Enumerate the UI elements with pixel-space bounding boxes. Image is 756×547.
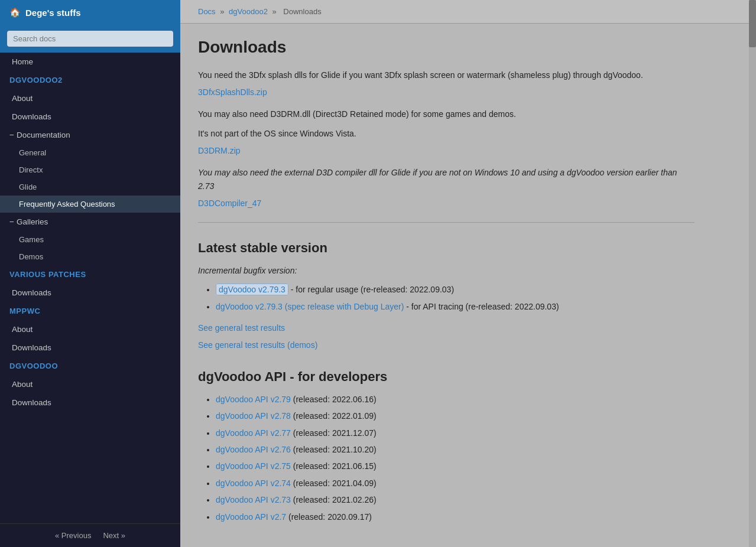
sidebar-item-about-dg2[interactable]: About xyxy=(0,89,180,108)
documentation-label: Documentation xyxy=(17,131,70,139)
stable-item-1: dgVoodoo v2.79.3 - for regular usage (re… xyxy=(216,283,695,296)
api-link-2[interactable]: dgVoodoo API v2.78 xyxy=(216,411,291,421)
intro-text-2: You may also need D3DRM.dll (Direct3D Re… xyxy=(198,108,695,121)
sidebar-header: 🏠 Dege's stuffs xyxy=(0,0,180,25)
api-text-3: (released: 2021.12.07) xyxy=(293,428,377,438)
api-link-6[interactable]: dgVoodoo API v2.74 xyxy=(216,478,291,488)
stable-text-2: - for API tracing (re-released: 2022.09.… xyxy=(406,302,559,311)
sidebar: 🏠 Dege's stuffs Home DGVOODOO2 About Dow… xyxy=(0,0,180,547)
intro-text-1: You need the 3Dfx splash dlls for Glide … xyxy=(198,69,695,82)
sidebar-item-home[interactable]: Home xyxy=(0,53,180,71)
api-item-5: dgVoodoo API v2.75 (released: 2021.06.15… xyxy=(216,460,695,473)
sidebar-search-container xyxy=(0,25,180,53)
sidebar-section-dgvoodoo2: DGVOODOO2 xyxy=(0,71,180,89)
api-list: dgVoodoo API v2.79 (released: 2022.06.16… xyxy=(198,393,695,523)
page-title: Downloads xyxy=(198,38,695,57)
api-link-3[interactable]: dgVoodoo API v2.77 xyxy=(216,428,291,438)
intro-text-3: It's not part of the OS since Windows Vi… xyxy=(198,127,695,140)
api-link-1[interactable]: dgVoodoo API v2.79 xyxy=(216,395,291,404)
sidebar-item-downloads-mppwc[interactable]: Downloads xyxy=(0,338,180,357)
intro-italic: You may also need the external D3D compi… xyxy=(198,166,695,193)
breadcrumb-current: Downloads xyxy=(283,7,321,16)
search-input[interactable] xyxy=(7,31,173,47)
sidebar-item-downloads-dg2[interactable]: Downloads xyxy=(0,108,180,126)
galleries-label: Galleries xyxy=(17,217,48,226)
sidebar-item-downloads-dgvoodoo[interactable]: Downloads xyxy=(0,393,180,412)
api-item-7: dgVoodoo API v2.73 (released: 2021.02.26… xyxy=(216,493,695,506)
api-item-8: dgVoodoo API v2.7 (released: 2020.09.17) xyxy=(216,510,695,523)
site-title: Dege's stuffs xyxy=(25,8,81,18)
breadcrumb-sep2: » xyxy=(272,7,279,16)
api-text-4: (released: 2021.10.20) xyxy=(293,445,377,454)
api-text-7: (released: 2021.02.26) xyxy=(293,495,377,504)
test-results-link[interactable]: See general test results xyxy=(198,323,285,333)
api-text-5: (released: 2021.06.15) xyxy=(293,461,377,471)
breadcrumb-docs[interactable]: Docs xyxy=(198,7,216,16)
sidebar-item-directx[interactable]: Directx xyxy=(0,161,180,178)
sidebar-item-downloads-patches[interactable]: Downloads xyxy=(0,284,180,302)
sidebar-nav-bottom: « Previous Next » xyxy=(0,523,180,547)
sidebar-section-mppwc: MPPWC xyxy=(0,302,180,320)
content-area: Downloads You need the 3Dfx splash dlls … xyxy=(180,24,712,547)
section-d3dcompiler: You may also need the external D3D compi… xyxy=(198,166,695,208)
spec-label: (spec release with Debug Layer) xyxy=(285,302,404,311)
stable-version-title: Latest stable version xyxy=(198,240,695,256)
sidebar-section-dgvoodoo: DGVOODOO xyxy=(0,357,180,375)
stable-item-2: dgVoodoo v2.79.3 (spec release with Debu… xyxy=(216,300,695,313)
sidebar-item-glide[interactable]: Glide xyxy=(0,178,180,196)
sidebar-section-various: VARIOUS PATCHES xyxy=(0,265,180,284)
sidebar-group-galleries[interactable]: − Galleries xyxy=(0,213,180,231)
scrollbar-thumb[interactable] xyxy=(749,0,756,47)
stable-list: dgVoodoo v2.79.3 - for regular usage (re… xyxy=(198,283,695,313)
main-content: Docs » dgVoodoo2 » Downloads Downloads Y… xyxy=(180,0,756,547)
api-item-6: dgVoodoo API v2.74 (released: 2021.04.09… xyxy=(216,477,695,490)
prev-link[interactable]: « Previous xyxy=(55,531,91,540)
link-3dfxsplash[interactable]: 3DfxSplashDlls.zip xyxy=(198,87,267,97)
sidebar-item-games[interactable]: Games xyxy=(0,231,180,248)
home-icon: 🏠 xyxy=(9,7,21,18)
section-d3drm: You may also need D3DRM.dll (Direct3D Re… xyxy=(198,108,695,155)
next-link[interactable]: Next » xyxy=(103,531,125,540)
scrollbar-track[interactable] xyxy=(749,0,756,547)
sidebar-group-documentation[interactable]: − Documentation xyxy=(0,126,180,144)
breadcrumb-sep1: » xyxy=(220,7,226,16)
link-d3dcompiler[interactable]: D3DCompiler_47 xyxy=(198,198,261,208)
api-link-5[interactable]: dgVoodoo API v2.75 xyxy=(216,461,291,471)
test-results-demos-link[interactable]: See general test results (demos) xyxy=(198,340,317,350)
divider-1 xyxy=(198,222,695,223)
api-title: dgVoodoo API - for developers xyxy=(198,369,695,385)
breadcrumb: Docs » dgVoodoo2 » Downloads xyxy=(180,0,756,24)
stable-link-2[interactable]: dgVoodoo v2.79.3 xyxy=(216,302,283,311)
section-3dfx: You need the 3Dfx splash dlls for Glide … xyxy=(198,69,695,97)
stable-text-1: - for regular usage (re-released: 2022.0… xyxy=(291,285,454,294)
api-item-2: dgVoodoo API v2.78 (released: 2022.01.09… xyxy=(216,409,695,422)
api-item-1: dgVoodoo API v2.79 (released: 2022.06.16… xyxy=(216,393,695,406)
api-text-8: (released: 2020.09.17) xyxy=(288,512,372,522)
api-item-4: dgVoodoo API v2.76 (released: 2021.10.20… xyxy=(216,443,695,456)
collapse-icon: − xyxy=(9,131,14,139)
collapse-icon-galleries: − xyxy=(9,217,14,226)
sidebar-item-general[interactable]: General xyxy=(0,144,180,161)
stable-link-1[interactable]: dgVoodoo v2.79.3 xyxy=(216,284,288,295)
api-text-6: (released: 2021.04.09) xyxy=(293,478,377,488)
link-d3drm[interactable]: D3DRM.zip xyxy=(198,146,241,155)
api-text-1: (released: 2022.06.16) xyxy=(293,395,377,404)
api-item-3: dgVoodoo API v2.77 (released: 2021.12.07… xyxy=(216,426,695,439)
sidebar-item-about-mppwc[interactable]: About xyxy=(0,320,180,338)
sidebar-item-about-dgvoodoo[interactable]: About xyxy=(0,375,180,393)
breadcrumb-dgvoodoo2[interactable]: dgVoodoo2 xyxy=(229,7,268,16)
stable-subtitle: Incremental bugfix version: xyxy=(198,264,695,277)
sidebar-item-demos[interactable]: Demos xyxy=(0,248,180,265)
api-link-8[interactable]: dgVoodoo API v2.7 xyxy=(216,512,286,522)
sidebar-item-faq[interactable]: Frequently Asked Questions xyxy=(0,196,180,213)
api-text-2: (released: 2022.01.09) xyxy=(293,411,377,421)
api-link-7[interactable]: dgVoodoo API v2.73 xyxy=(216,495,291,504)
api-link-4[interactable]: dgVoodoo API v2.76 xyxy=(216,445,291,454)
